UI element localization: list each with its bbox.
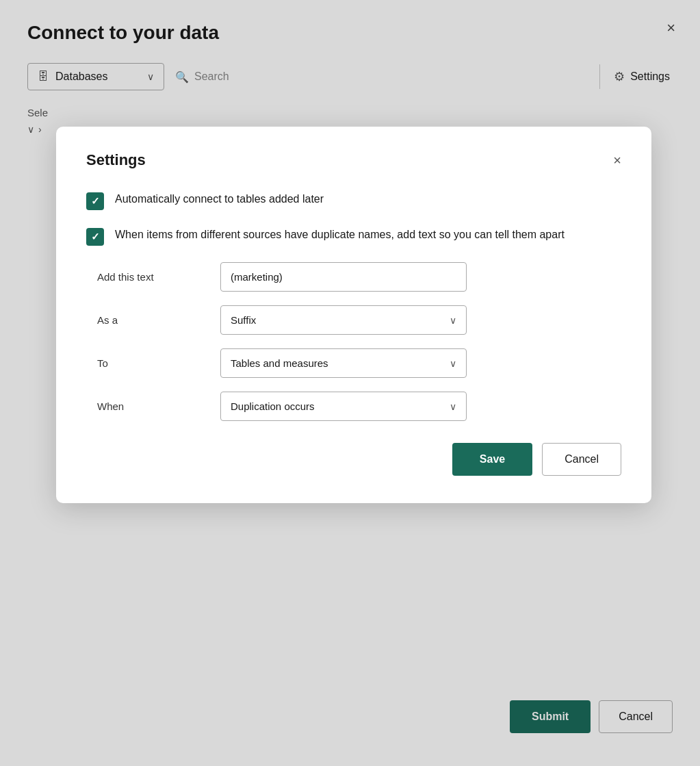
when-chevron-icon: ∨ (450, 401, 456, 412)
to-select[interactable]: Tables and measures ∨ (220, 348, 467, 378)
modal-header: Settings × (86, 151, 621, 169)
as-a-chevron-icon: ∨ (450, 315, 456, 326)
when-value: Duplication occurs (231, 400, 315, 412)
save-button[interactable]: Save (452, 443, 532, 476)
form-row-to: To Tables and measures ∨ (97, 348, 621, 378)
form-section: Add this text As a Suffix ∨ To Tables an… (86, 262, 621, 421)
as-a-select[interactable]: Suffix ∨ (220, 305, 467, 335)
add-text-input[interactable] (220, 262, 467, 292)
form-row-add-text: Add this text (97, 262, 621, 292)
checkbox-label-2: When items from different sources have d… (115, 227, 565, 243)
checkbox-2[interactable]: ✓ (86, 228, 104, 246)
settings-modal: Settings × ✓ Automatically connect to ta… (56, 127, 651, 503)
checkbox-item-1: ✓ Automatically connect to tables added … (86, 191, 621, 210)
to-label: To (97, 357, 220, 369)
form-row-when: When Duplication occurs ∨ (97, 392, 621, 421)
as-a-label: As a (97, 314, 220, 326)
as-a-value: Suffix (231, 314, 256, 326)
checkmark-2: ✓ (91, 231, 100, 243)
when-label: When (97, 400, 220, 412)
modal-close-button[interactable]: × (613, 153, 621, 167)
to-chevron-icon: ∨ (450, 358, 456, 369)
form-row-as-a: As a Suffix ∨ (97, 305, 621, 335)
add-text-label: Add this text (97, 271, 220, 283)
to-value: Tables and measures (231, 357, 328, 369)
checkbox-item-2: ✓ When items from different sources have… (86, 227, 621, 246)
cancel-modal-button[interactable]: Cancel (542, 443, 621, 476)
when-select[interactable]: Duplication occurs ∨ (220, 392, 467, 421)
modal-title: Settings (86, 151, 146, 169)
checkbox-label-1: Automatically connect to tables added la… (115, 191, 324, 207)
checkbox-1[interactable]: ✓ (86, 192, 104, 210)
checkmark-1: ✓ (91, 195, 100, 207)
modal-buttons: Save Cancel (86, 443, 621, 476)
